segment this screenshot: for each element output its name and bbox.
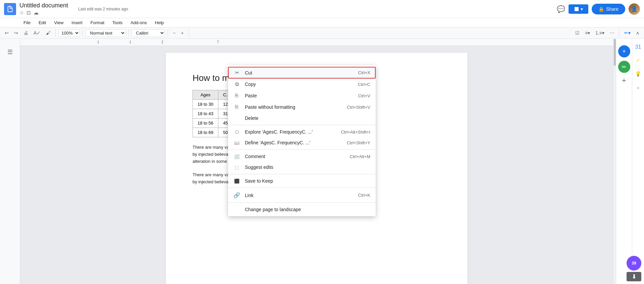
copy-icon: ⧉ — [233, 81, 240, 87]
delete-label: Delete — [245, 115, 366, 121]
comment-label: Comment — [245, 154, 345, 159]
copy-label: Copy — [245, 82, 353, 87]
context-menu-paste[interactable]: ⎘ Paste Ctrl+V — [228, 90, 376, 101]
numbered-list-button[interactable]: 1.≡▾ — [593, 29, 606, 37]
doc-title[interactable]: Untitled document — [19, 2, 68, 9]
divider-3 — [228, 174, 376, 174]
toolbar: ↩ ↪ 🖨 A✓ 🖌 100% Normal text Calibri − + … — [0, 28, 644, 39]
more-options-button[interactable]: ⋯ — [608, 29, 616, 37]
main-area: ☰ 1 1 2 7 How to mov Ages C. Frequency 1… — [0, 39, 644, 284]
context-menu-define[interactable]: 📖 Define 'AgesC. FrequencyC. ...' Ctrl+S… — [228, 137, 376, 148]
menu-tools[interactable]: Tools — [109, 19, 126, 27]
menu-file[interactable]: File — [20, 19, 34, 27]
outline-icon[interactable]: ☰ — [3, 45, 17, 59]
cut-label: Cut — [245, 70, 354, 76]
context-menu-cut[interactable]: ✂ Cut Ctrl+X — [228, 67, 376, 79]
doc-area: 1 1 2 7 How to mov Ages C. Frequency 18 … — [20, 39, 613, 284]
context-menu-landscape[interactable]: Change page to landscape — [228, 204, 376, 215]
present-button[interactable]: ▾ — [569, 4, 588, 14]
chevron-right-icon[interactable]: › — [633, 82, 643, 92]
separator-5 — [189, 29, 189, 37]
menu-help[interactable]: Help — [152, 19, 167, 27]
zoom-select[interactable]: 100% — [58, 29, 80, 37]
redo-button[interactable]: ↪ — [12, 29, 20, 37]
paint-format-button[interactable]: 🖌 — [44, 29, 53, 37]
comments-button[interactable]: 💬 — [557, 5, 565, 13]
define-icon: 📖 — [233, 140, 240, 145]
link-icon: 🔗 — [233, 192, 240, 198]
menu-addons[interactable]: Add-ons — [127, 19, 150, 27]
comment-shortcut: Ctrl+Alt+M — [350, 154, 370, 159]
paragraph-style-select[interactable]: Normal text — [86, 29, 126, 37]
nav-icon: ⬇ — [632, 273, 637, 280]
separator-6 — [619, 29, 620, 37]
divider-1 — [228, 125, 376, 125]
paste-icon: ⎘ — [233, 93, 240, 99]
top-bar: Untitled document ☆ ⊡ ☁ Last edit was 2 … — [0, 0, 644, 18]
grammarly-badge[interactable]: 39 — [627, 256, 641, 271]
suggest-icon: ⬚ — [233, 165, 240, 170]
context-menu-suggest[interactable]: ⬚ Suggest edits — [228, 162, 376, 173]
collapse-toolbar-button[interactable]: ∧ — [634, 29, 641, 37]
paste-no-format-icon: ⎘ — [233, 104, 240, 110]
separator-1 — [55, 29, 56, 37]
nav-badge[interactable]: ⬇ — [627, 272, 641, 281]
paste-label: Paste — [245, 93, 354, 98]
font-select[interactable]: Calibri — [131, 29, 165, 37]
suggest-edits-button[interactable]: ✏ — [618, 61, 630, 73]
last-edit-link[interactable]: Last edit was 2 minutes ago — [78, 7, 128, 11]
explore-label: Explore 'AgesC. FrequencyC. ...' — [245, 129, 336, 135]
top-right: 💬 ▾ 🔒 Share 👤 — [557, 3, 640, 15]
context-menu-paste-no-format[interactable]: ⎘ Paste without formatting Ctrl+Shift+V — [228, 101, 376, 113]
share-button[interactable]: 🔒 Share — [592, 4, 625, 14]
context-menu-explore[interactable]: ⬡ Explore 'AgesC. FrequencyC. ...' Ctrl+… — [228, 127, 376, 137]
font-size-minus-button[interactable]: − — [171, 29, 177, 37]
context-menu-comment[interactable]: ⬜ Comment Ctrl+Alt+M — [228, 151, 376, 162]
menu-edit[interactable]: Edit — [35, 19, 49, 27]
scrollbar[interactable] — [613, 39, 616, 284]
context-menu-copy[interactable]: ⧉ Copy Ctrl+C — [228, 79, 376, 90]
add-comment-button[interactable]: + — [618, 45, 630, 57]
menu-insert[interactable]: Insert — [68, 19, 86, 27]
keep-side-icon[interactable]: 💡 — [633, 69, 643, 79]
paste-shortcut: Ctrl+V — [358, 93, 370, 98]
bullets-button[interactable]: ≡▾ — [583, 29, 592, 37]
star-icon[interactable]: ☆ — [19, 10, 24, 16]
left-sidebar: ☰ — [0, 39, 20, 284]
spellcheck-button[interactable]: A✓ — [32, 29, 43, 37]
tasks-side-icon[interactable]: ✓ — [633, 55, 643, 65]
folder-icon[interactable]: ⊡ — [26, 10, 31, 16]
calendar-side-icon[interactable]: 31 — [633, 42, 643, 52]
user-avatar[interactable]: 👤 — [629, 3, 640, 15]
table-cell-age-3: 18 to 56 — [193, 119, 218, 128]
scrollbar-thumb[interactable] — [614, 39, 616, 66]
cut-shortcut: Ctrl+X — [358, 70, 370, 75]
cut-icon: ✂ — [233, 69, 240, 76]
app-icon[interactable] — [4, 3, 16, 15]
define-label: Define 'AgesC. FrequencyC. ...' — [245, 140, 342, 145]
context-menu-delete[interactable]: Delete — [228, 113, 376, 124]
explore-icon: ⬡ — [233, 130, 240, 135]
undo-button[interactable]: ↩ — [3, 29, 11, 37]
edit-mode-button[interactable]: ✏▾ — [622, 29, 633, 37]
landscape-label: Change page to landscape — [245, 207, 366, 212]
paste-no-format-shortcut: Ctrl+Shift+V — [347, 105, 370, 110]
save-keep-label: Save to Keep — [245, 178, 366, 184]
menu-view[interactable]: View — [51, 19, 67, 27]
cloud-icon[interactable]: ☁ — [34, 10, 39, 16]
table-cell-age-2: 18 to 43 — [193, 109, 218, 119]
context-menu-save-keep[interactable]: ⬛ Save to Keep — [228, 176, 376, 186]
font-size-plus-button[interactable]: + — [179, 29, 186, 37]
suggest-label: Suggest edits — [245, 164, 366, 170]
plus-button[interactable]: + — [622, 76, 626, 85]
divider-4 — [228, 188, 376, 188]
context-menu-link[interactable]: 🔗 Link Ctrl+K — [228, 189, 376, 201]
right-sidebar: + ✏ + — [616, 39, 632, 284]
separator-2 — [83, 29, 83, 37]
define-shortcut: Ctrl+Shift+Y — [347, 140, 370, 145]
menu-format[interactable]: Format — [87, 19, 108, 27]
lock-icon: 🔒 — [598, 6, 604, 12]
checklist-button[interactable]: ☑ — [573, 29, 582, 37]
link-shortcut: Ctrl+K — [358, 193, 370, 198]
print-button[interactable]: 🖨 — [21, 29, 30, 37]
